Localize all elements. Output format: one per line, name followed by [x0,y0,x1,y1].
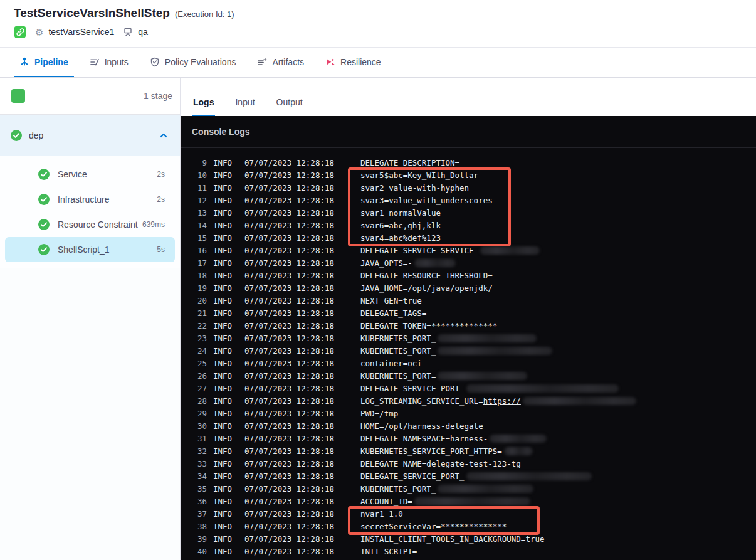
chevron-up-icon[interactable] [159,130,169,140]
tab-artifacts[interactable]: Artifacts [251,48,310,77]
log-timestamp: 07/07/2023 12:28:18 [244,546,334,558]
log-timestamp: 07/07/2023 12:28:18 [244,433,334,445]
tab-input[interactable]: Input [234,97,256,116]
console-log-area[interactable]: 9INFO07/07/2023 12:28:18DELEGATE_DESCRIP… [181,148,756,560]
log-timestamp: 07/07/2023 12:28:18 [244,520,334,533]
log-timestamp: 07/07/2023 12:28:18 [244,408,334,420]
execution-sidebar: 1 stage dep Service2sInfrastructure2sRes… [0,78,181,560]
step-row-shellscript_1[interactable]: ShellScript_15s [5,237,175,262]
environment-name[interactable]: qa [138,27,148,37]
log-message: PWD=/tmp [360,409,398,418]
step-duration: 639ms [142,220,165,229]
tab-label: Policy Evaluations [165,57,236,67]
log-level: INFO [213,245,233,257]
inputs-icon [90,57,100,67]
service-name[interactable]: testVarsService1 [48,27,114,37]
log-message: container=oci [360,359,422,368]
log-level: INFO [213,483,233,495]
log-line-number: 23 [191,332,207,345]
step-row-service[interactable]: Service2s [5,162,175,187]
log-message: svar3=value_with_underscores [360,196,493,205]
log-message: nvar1=1.0 [360,509,403,519]
log-line: 24INFO07/07/2023 12:28:18KUBERNETES_PORT… [181,345,756,357]
log-level: INFO [213,219,233,232]
log-line-number: 21 [191,307,207,320]
log-message: DELEGATE_NAMESPACE=harness- [360,434,488,443]
log-message: DELEGATE_TAGS= [360,309,426,318]
log-level: INFO [213,270,233,282]
log-timestamp: 07/07/2023 12:28:18 [244,194,334,207]
log-line: 23INFO07/07/2023 12:28:18KUBERNETES_PORT… [181,332,756,345]
log-line-number: 9 [191,157,207,169]
log-level: INFO [213,295,233,307]
stage-summary-bar: 1 stage [0,78,180,115]
log-message: svar1=normalValue [360,208,441,218]
log-line: 29INFO07/07/2023 12:28:18PWD=/tmp [181,408,756,420]
log-level: INFO [213,194,233,207]
log-timestamp: 07/07/2023 12:28:18 [244,207,334,219]
log-line-number: 12 [191,194,207,207]
log-timestamp: 07/07/2023 12:28:18 [244,483,334,495]
console-header[interactable]: Console Logs [181,116,756,148]
log-timestamp: 07/07/2023 12:28:18 [244,357,334,370]
step-detail-tab-bar: Logs Input Output [181,78,756,116]
log-line-number: 31 [191,433,207,445]
log-link[interactable]: https:// [483,396,521,406]
log-line: 32INFO07/07/2023 12:28:18KUBERNETES_SERV… [181,445,756,458]
tab-logs[interactable]: Logs [192,97,215,116]
log-line: 13INFO07/07/2023 12:28:18svar1=normalVal… [181,207,756,219]
tab-policy-evaluations[interactable]: Policy Evaluations [144,48,242,77]
log-line: 21INFO07/07/2023 12:28:18DELEGATE_TAGS= [181,307,756,320]
log-level: INFO [213,207,233,219]
log-timestamp: 07/07/2023 12:28:18 [244,495,334,508]
log-message: DELEGATE_RESOURCE_THRESHOLD= [360,271,493,280]
tab-inputs[interactable]: Inputs [84,48,134,77]
log-timestamp: 07/07/2023 12:28:18 [244,295,334,307]
step-duration: 2s [157,195,165,204]
execution-id: (Execution Id: 1) [175,9,234,19]
log-level: INFO [213,257,233,270]
log-line-number: 29 [191,408,207,420]
log-line: 9INFO07/07/2023 12:28:18DELEGATE_DESCRIP… [181,157,756,169]
log-message: INSTALL_CLIENT_TOOLS_IN_BACKGROUND=true [360,534,545,544]
log-timestamp: 07/07/2023 12:28:18 [244,182,334,194]
resilience-icon [325,57,335,67]
log-line: 16INFO07/07/2023 12:28:18DELEGATE_SERVIC… [181,245,756,257]
step-row-resource constraint[interactable]: Resource Constraint639ms [5,212,175,237]
log-message: DELEGATE_DESCRIPTION= [360,158,459,167]
log-timestamp: 07/07/2023 12:28:18 [244,282,334,295]
log-level: INFO [213,157,233,169]
log-line: 35INFO07/07/2023 12:28:18KUBERNETES_PORT… [181,483,756,495]
log-timestamp: 07/07/2023 12:28:18 [244,232,334,245]
redacted-value [438,485,533,493]
redacted-value [466,384,619,393]
log-line: 28INFO07/07/2023 12:28:18LOG_STREAMING_S… [181,395,756,408]
log-level: INFO [213,508,233,520]
tab-pipeline[interactable]: Pipeline [14,48,74,77]
log-timestamp: 07/07/2023 12:28:18 [244,270,334,282]
sidebar-empty-area [0,268,180,560]
redacted-value [480,246,540,255]
log-message: KUBERNETES_PORT_ [360,484,436,494]
stage-status-square [11,89,25,103]
service-link-icon [14,26,26,38]
redacted-value [504,447,533,455]
step-success-icon [38,193,50,206]
log-level: INFO [213,345,233,357]
log-level: INFO [213,495,233,508]
gear-icon: ⚙ [35,28,43,37]
log-line-number: 33 [191,458,207,470]
tab-resilience[interactable]: Resilience [320,48,387,77]
tab-output[interactable]: Output [275,97,304,116]
log-level: INFO [213,332,233,345]
log-timestamp: 07/07/2023 12:28:18 [244,508,334,520]
log-line: 20INFO07/07/2023 12:28:18NEXT_GEN=true [181,295,756,307]
step-row-infrastructure[interactable]: Infrastructure2s [5,187,175,212]
log-timestamp: 07/07/2023 12:28:18 [244,307,334,320]
log-line-number: 35 [191,483,207,495]
log-line: 26INFO07/07/2023 12:28:18KUBERNETES_PORT… [181,370,756,383]
step-name: Resource Constraint [58,219,138,230]
stage-group-dep[interactable]: dep [0,115,180,156]
log-line-number: 16 [191,245,207,257]
log-message: svar4=abc%def%123 [360,233,441,243]
